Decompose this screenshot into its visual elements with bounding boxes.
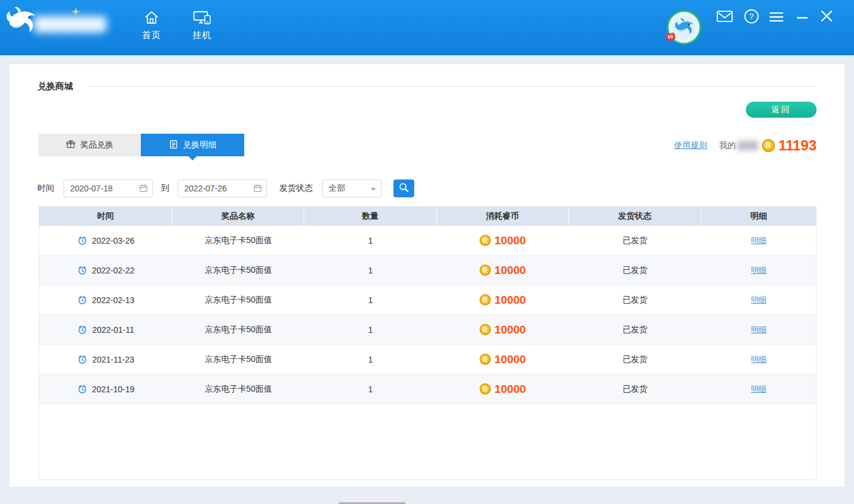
app-window: 首页 挂机 Hi xyxy=(0,0,854,504)
detail-link[interactable]: 明细 xyxy=(751,265,767,276)
filter-bar: 时间 到 xyxy=(37,179,414,197)
table-row: 2022-02-13 京东电子卡50面值 1 R 10000 已发货 明细 xyxy=(39,285,816,315)
envelope-icon xyxy=(716,16,733,25)
time-filter-label: 时间 xyxy=(37,183,54,194)
detail-link[interactable]: 明细 xyxy=(751,325,767,335)
cell-shipping-status: 已发货 xyxy=(569,374,701,404)
detail-link[interactable]: 明细 xyxy=(751,295,767,305)
row-prize-name: 京东电子卡50面值 xyxy=(204,295,272,305)
table-header: 时间 奖品名称 数量 消耗睿币 发货状态 明细 xyxy=(39,207,816,226)
row-shipping-status: 已发货 xyxy=(623,325,648,335)
menu-button[interactable] xyxy=(769,11,784,23)
balance-prefix: 我的 xyxy=(719,140,736,151)
status-filter-label: 发货状态 xyxy=(279,183,313,194)
row-date: 2022-01-11 xyxy=(92,325,134,335)
table-row: 2021-10-19 京东电子卡50面值 1 R 10000 已发货 明细 xyxy=(39,374,816,404)
row-shipping-status: 已发货 xyxy=(623,295,648,305)
close-button[interactable] xyxy=(820,10,833,23)
date-from-wrap xyxy=(64,179,153,197)
row-coins-spent: 10000 xyxy=(494,323,526,336)
row-date: 2022-02-13 xyxy=(92,295,135,305)
row-quantity: 1 xyxy=(368,236,373,245)
detail-link[interactable]: 明细 xyxy=(751,235,767,246)
nav-item-home[interactable]: 首页 xyxy=(133,9,171,41)
cell-coins-spent: R 10000 xyxy=(437,285,569,314)
header-prize-name: 奖品名称 xyxy=(172,207,304,226)
cell-detail: 明细 xyxy=(701,285,816,314)
cell-detail: 明细 xyxy=(701,256,816,285)
gift-icon xyxy=(66,140,75,151)
hi-badge: Hi xyxy=(666,33,676,42)
row-quantity: 1 xyxy=(368,385,373,394)
cell-coins-spent: R 10000 xyxy=(437,315,569,344)
user-avatar[interactable]: Hi xyxy=(667,10,701,45)
coin-icon: R xyxy=(480,235,491,246)
titlebar: 首页 挂机 Hi xyxy=(0,0,854,55)
row-quantity: 1 xyxy=(368,355,373,364)
hamburger-icon xyxy=(769,15,784,24)
active-tab-notch xyxy=(188,156,197,160)
cell-shipping-status: 已发货 xyxy=(569,256,701,285)
search-icon xyxy=(398,182,409,195)
date-to-wrap xyxy=(178,179,267,197)
cell-shipping-status: 已发货 xyxy=(569,315,701,344)
clock-icon xyxy=(77,295,87,305)
table-row: 2021-11-23 京东电子卡50面值 1 R 10000 已发货 明细 xyxy=(39,345,816,374)
table-row: 2022-02-22 京东电子卡50面值 1 R 10000 已发货 明细 xyxy=(39,256,816,285)
cell-time: 2022-01-11 xyxy=(39,315,172,344)
status-select[interactable]: 全部 xyxy=(322,179,382,197)
row-shipping-status: 已发货 xyxy=(623,235,648,246)
cell-prize-name: 京东电子卡50面值 xyxy=(172,285,304,314)
section-divider xyxy=(88,86,817,87)
tab-bar: 奖品兑换 兑换明细 xyxy=(39,134,244,156)
chevron-down-icon xyxy=(371,188,376,191)
home-icon xyxy=(133,9,171,28)
cell-time: 2022-02-13 xyxy=(39,285,172,314)
help-button[interactable]: ? xyxy=(743,8,760,24)
row-prize-name: 京东电子卡50面值 xyxy=(204,265,272,276)
balance-amount: 11193 xyxy=(779,137,817,154)
row-quantity: 1 xyxy=(368,325,373,335)
cell-prize-name: 京东电子卡50面值 xyxy=(172,226,304,255)
coin-icon: R xyxy=(480,294,491,305)
app-name-blurred xyxy=(34,16,106,33)
coin-icon: R xyxy=(762,139,775,152)
table-row: 2022-01-11 京东电子卡50面值 1 R 10000 已发货 明细 xyxy=(39,315,816,345)
back-button[interactable]: 返回 xyxy=(746,102,817,118)
clock-icon xyxy=(77,384,87,394)
usage-rules-link[interactable]: 使用规则 xyxy=(674,140,707,151)
detail-link[interactable]: 明细 xyxy=(751,354,767,365)
cell-time: 2022-03-26 xyxy=(39,226,172,255)
minimize-button[interactable] xyxy=(796,11,808,23)
clock-icon xyxy=(77,235,87,245)
cell-quantity: 1 xyxy=(304,345,437,374)
clock-icon xyxy=(77,354,87,364)
cell-time: 2021-10-19 xyxy=(39,374,172,404)
nav-item-hangup[interactable]: 挂机 xyxy=(183,9,221,41)
cell-prize-name: 京东电子卡50面值 xyxy=(172,256,304,285)
content-card: 兑换商城 返回 奖品兑换 xyxy=(9,64,845,487)
detail-link[interactable]: 明细 xyxy=(751,384,767,395)
header-coins-spent: 消耗睿币 xyxy=(437,207,569,226)
row-coins-spent: 10000 xyxy=(494,353,526,366)
cell-detail: 明细 xyxy=(701,374,816,404)
clock-icon xyxy=(77,265,87,275)
cell-quantity: 1 xyxy=(304,226,437,255)
calendar-icon[interactable] xyxy=(253,184,262,193)
balance-blurred-text xyxy=(737,141,758,150)
header-time: 时间 xyxy=(39,207,172,226)
minimize-icon xyxy=(796,16,808,25)
tab-prize-exchange[interactable]: 奖品兑换 xyxy=(39,134,141,156)
mail-button[interactable] xyxy=(716,10,733,23)
close-icon xyxy=(820,15,833,24)
tab-exchange-detail[interactable]: 兑换明细 xyxy=(141,134,244,156)
cell-detail: 明细 xyxy=(701,345,816,374)
row-shipping-status: 已发货 xyxy=(623,384,648,395)
cell-coins-spent: R 10000 xyxy=(437,256,569,285)
coin-icon: R xyxy=(480,354,491,365)
to-label: 到 xyxy=(161,183,169,194)
cell-detail: 明细 xyxy=(701,315,816,344)
calendar-icon[interactable] xyxy=(139,184,148,193)
search-button[interactable] xyxy=(393,179,414,197)
svg-text:?: ? xyxy=(749,12,754,21)
